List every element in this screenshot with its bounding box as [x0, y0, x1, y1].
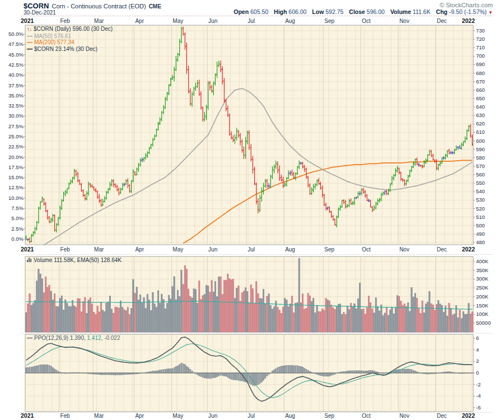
svg-text:730: 730 [476, 27, 485, 34]
ma50-line-icon: — [27, 33, 32, 39]
svg-text:500: 500 [476, 222, 485, 228]
svg-text:520: 520 [476, 206, 485, 212]
up-arrow-icon: ↑ [27, 26, 30, 32]
svg-text:400K: 400K [476, 258, 489, 264]
svg-text:2022: 2022 [462, 246, 475, 253]
svg-text:Oct: Oct [362, 18, 371, 24]
volume-legend-label: Volume 111.58K, EMA(50) 128.64K [34, 257, 122, 263]
volume-legend: Volume 111.58K, EMA(50) 128.64K [27, 257, 122, 264]
bottom-month-axis: 2021FebMarAprMayJunJulAugSepOctNovDec202… [21, 412, 475, 419]
svg-text:690: 690 [476, 61, 485, 67]
svg-text:560: 560 [476, 171, 485, 178]
svg-text:0: 0 [476, 370, 479, 376]
quote-date: 30-Dec-2021 [24, 10, 56, 16]
svg-text:40.0%: 40.0% [8, 72, 24, 78]
svg-text:17.5%: 17.5% [8, 164, 24, 170]
volume-label: Volume [390, 8, 411, 15]
svg-text:670: 670 [476, 78, 485, 85]
svg-text:620: 620 [476, 120, 485, 127]
svg-text:Aug: Aug [285, 18, 295, 24]
svg-text:Apr: Apr [135, 246, 144, 253]
svg-text:Apr: Apr [135, 413, 144, 419]
svg-text:710: 710 [476, 44, 485, 50]
svg-text:490: 490 [476, 231, 485, 237]
svg-text:2022: 2022 [462, 17, 475, 24]
svg-text:580: 580 [476, 155, 485, 161]
svg-text:600: 600 [476, 138, 485, 144]
symbol-text: $CORN [24, 2, 49, 10]
svg-text:2022: 2022 [462, 412, 475, 419]
svg-text:Dec: Dec [437, 246, 447, 253]
svg-text:2021: 2021 [21, 412, 34, 419]
volume-bars-icon [27, 257, 32, 264]
svg-text:27.5%: 27.5% [8, 123, 24, 129]
svg-text:0.0%: 0.0% [11, 236, 24, 242]
svg-text:50000: 50000 [476, 320, 491, 326]
svg-text:300K: 300K [476, 276, 489, 282]
svg-text:-2: -2 [476, 381, 480, 388]
svg-text:510: 510 [476, 214, 485, 220]
svg-text:Apr: Apr [135, 18, 144, 24]
percent-axis-labels: 50.0%47.5%45.0%42.5%40.0%37.5%35.0%32.5%… [8, 31, 25, 242]
ma200-line-icon: — [27, 39, 32, 45]
svg-text:Mar: Mar [94, 246, 104, 253]
svg-text:480: 480 [476, 239, 485, 245]
svg-text:Jul: Jul [248, 18, 255, 24]
svg-text:Sep: Sep [324, 413, 334, 419]
stockcharts-page: 50.0%47.5%45.0%42.5%40.0%37.5%35.0%32.5%… [0, 0, 504, 420]
perf-line-icon: — [27, 46, 32, 52]
svg-text:5.0%: 5.0% [11, 215, 24, 221]
svg-text:50.0%: 50.0% [8, 31, 24, 37]
svg-text:42.5%: 42.5% [8, 62, 24, 68]
svg-text:15.0%: 15.0% [8, 174, 24, 180]
svg-text:35.0%: 35.0% [8, 92, 24, 99]
svg-text:200K: 200K [476, 293, 489, 300]
svg-text:Oct: Oct [362, 413, 371, 419]
svg-text:700: 700 [476, 53, 485, 59]
chart-canvas: 50.0%47.5%45.0%42.5%40.0%37.5%35.0%32.5%… [0, 0, 504, 420]
high-label: High [274, 8, 287, 15]
svg-text:32.5%: 32.5% [8, 102, 24, 109]
header: $CORNCorn - Continuous Contract (EOD)CME [24, 2, 161, 10]
svg-text:2021: 2021 [21, 246, 34, 253]
svg-text:Jun: Jun [208, 413, 217, 419]
low-label: Low [312, 8, 324, 15]
ppo-axis-labels: 6420-2-4-6 [473, 335, 480, 410]
ppo-signal-value: 1.412 [87, 335, 101, 341]
ppo-legend: —PPO(12,26,9) 1.390, 1.412, -0.022 [27, 335, 120, 342]
svg-text:2: 2 [476, 358, 479, 364]
svg-text:30.0%: 30.0% [8, 113, 24, 119]
svg-text:Dec: Dec [437, 413, 447, 419]
svg-text:-6: -6 [476, 404, 480, 410]
open-label: Open [234, 8, 249, 15]
svg-text:Jun: Jun [208, 246, 217, 253]
svg-text:660: 660 [476, 87, 485, 93]
svg-text:May: May [172, 413, 183, 419]
svg-text:Dec: Dec [437, 18, 447, 24]
svg-text:Feb: Feb [60, 246, 71, 253]
svg-text:Aug: Aug [285, 413, 295, 419]
svg-text:45.0%: 45.0% [8, 52, 24, 58]
svg-text:May: May [172, 246, 183, 253]
svg-text:150K: 150K [476, 302, 489, 309]
svg-text:Sep: Sep [324, 246, 334, 253]
svg-text:Feb: Feb [60, 413, 71, 419]
svg-text:540: 540 [476, 188, 485, 194]
open-value: 605.50 [250, 8, 268, 15]
svg-text:47.5%: 47.5% [8, 41, 24, 47]
down-arrow-icon: ↓ [30, 26, 32, 32]
svg-text:-4: -4 [476, 393, 480, 399]
svg-text:550: 550 [476, 180, 485, 186]
svg-text:6: 6 [476, 335, 479, 341]
chg-label: Chg [436, 8, 447, 15]
svg-text:12.5%: 12.5% [8, 184, 24, 190]
svg-text:7.5%: 7.5% [11, 205, 24, 211]
chg-dropdown-icon[interactable]: ▼ [488, 10, 493, 15]
svg-text:Jul: Jul [248, 246, 255, 253]
ma200-legend-row: —MA(200) 577.34 [27, 39, 113, 46]
svg-text:350K: 350K [476, 267, 489, 273]
price-series-label: $CORN (Daily) 596.00 (30 Dec) [34, 26, 113, 32]
svg-text:650: 650 [476, 95, 485, 101]
svg-text:4: 4 [476, 347, 479, 353]
page-title: Corn - Continuous Contract (EOD) [52, 3, 146, 10]
